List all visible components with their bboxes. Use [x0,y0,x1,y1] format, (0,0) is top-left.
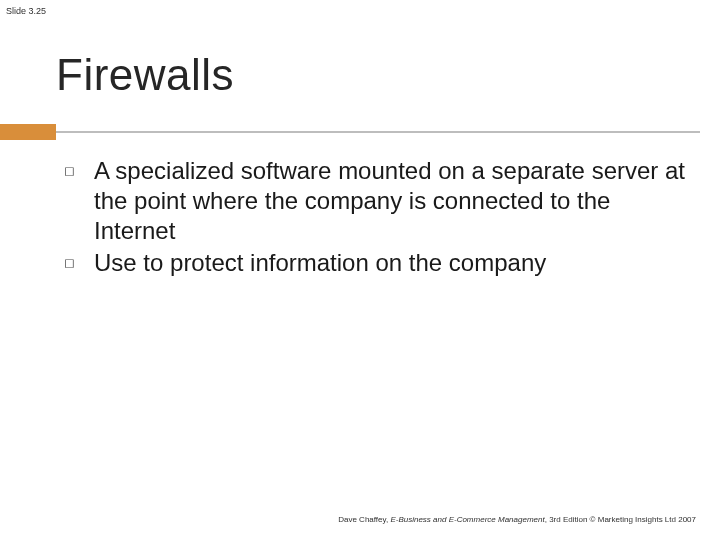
bullet-icon: ◻ [60,248,94,278]
divider-line [56,131,700,133]
title-rule [0,124,720,140]
footer: Dave Chaffey, E-Business and E-Commerce … [338,515,696,524]
bullet-text: Use to protect information on the compan… [94,248,546,278]
footer-rest: , 3rd Edition © Marketing Insights Ltd 2… [545,515,696,524]
list-item: ◻ A specialized software mounted on a se… [60,156,690,246]
slide: Slide 3.25 Firewalls ◻ A specialized sof… [0,0,720,540]
bullet-icon: ◻ [60,156,94,186]
footer-author: Dave Chaffey, [338,515,390,524]
accent-block [0,124,56,140]
bullet-text: A specialized software mounted on a sepa… [94,156,690,246]
content-area: ◻ A specialized software mounted on a se… [60,156,690,280]
footer-book: E-Business and E-Commerce Management [390,515,544,524]
slide-number: Slide 3.25 [6,6,46,16]
slide-title: Firewalls [56,50,234,100]
list-item: ◻ Use to protect information on the comp… [60,248,690,278]
